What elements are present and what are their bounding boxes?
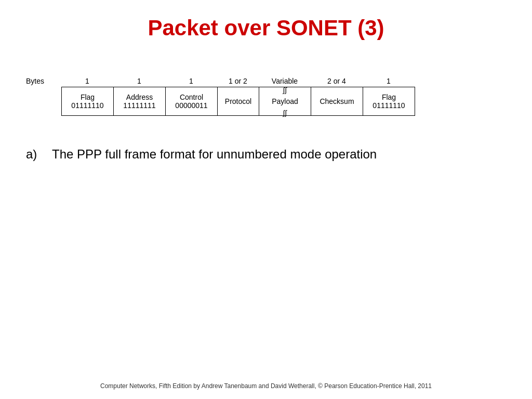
caption-letter: a) (26, 147, 42, 162)
cell-flag1: Flag 01111110 (62, 87, 114, 116)
bytes-col-3: 1 (165, 77, 217, 85)
cell-address-value: 11111111 (123, 101, 155, 110)
cell-protocol: Protocol (218, 87, 259, 116)
cell-address: Address 11111111 (114, 87, 166, 116)
frame-row: Flag 01111110 Address 11111111 Control 0… (62, 87, 415, 116)
bytes-col-6: 2 or 4 (311, 77, 363, 85)
ppp-frame-table: Flag 01111110 Address 11111111 Control 0… (61, 87, 415, 116)
bytes-col-4: 1 or 2 (217, 77, 259, 85)
squiggle-bottom-icon: ∫∫ (283, 109, 287, 116)
bytes-spacer: Bytes (26, 77, 61, 85)
bytes-label: Bytes (26, 77, 44, 85)
bytes-col-1: 1 (61, 77, 113, 85)
squiggle-top-icon: ∫∫ (283, 86, 287, 94)
cell-checksum: Checksum (311, 87, 363, 116)
cell-control-value: 00000011 (175, 101, 207, 110)
cell-flag1-title: Flag (81, 93, 95, 101)
frame-table-container: Flag 01111110 Address 11111111 Control 0… (61, 87, 506, 116)
cell-flag2-title: Flag (382, 93, 396, 101)
page-title: Packet over SONET (3) (0, 0, 532, 41)
cell-control-title: Control (180, 93, 203, 101)
cell-control: Control 00000011 (166, 87, 218, 116)
cell-flag1-value: 01111110 (71, 101, 103, 110)
bytes-col-2: 1 (113, 77, 165, 85)
cell-flag2: Flag 01111110 (363, 87, 415, 116)
bytes-header-row: Bytes 1 1 1 1 or 2 Variable 2 or 4 1 (26, 77, 506, 85)
diagram-area: Bytes 1 1 1 1 or 2 Variable 2 or 4 1 Fla… (0, 77, 532, 116)
footer-text: Computer Networks, Fifth Edition by Andr… (0, 382, 532, 390)
bytes-col-7: 1 (363, 77, 415, 85)
cell-payload-title: Payload (272, 97, 298, 105)
cell-payload: ∫∫ Payload ∫∫ (259, 87, 311, 116)
cell-address-title: Address (126, 93, 153, 101)
cell-flag2-value: 01111110 (373, 101, 405, 110)
cell-protocol-title: Protocol (225, 97, 251, 105)
caption-row: a) The PPP full frame format for unnumbe… (0, 147, 532, 162)
cell-checksum-title: Checksum (320, 97, 354, 105)
caption-text: The PPP full frame format for unnumbered… (52, 147, 377, 162)
bytes-col-5: Variable (259, 77, 311, 85)
